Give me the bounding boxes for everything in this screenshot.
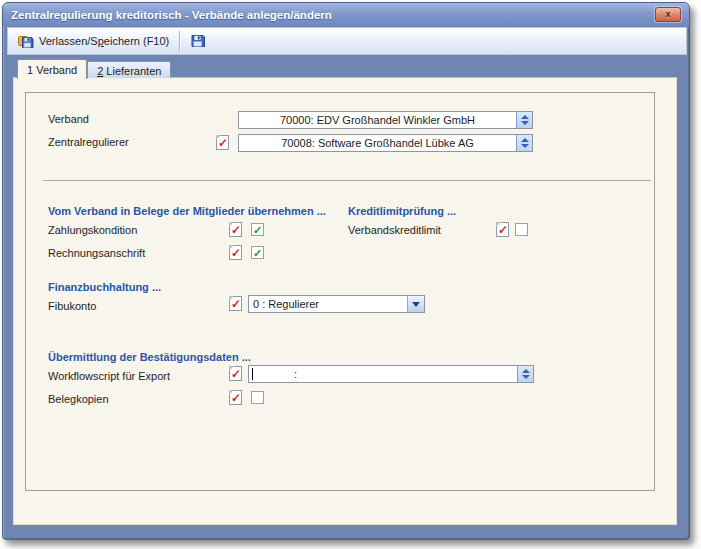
zentralregulierer-value: 70008: Software Großhandel Lübke AG [239,137,516,149]
fibukonto-value: 0 : Regulierer [249,298,407,310]
fibukonto-dropdown[interactable]: 0 : Regulierer [248,295,425,313]
fibukonto-toggle-icon[interactable] [229,296,242,311]
verbandskreditlimit-checkbox[interactable] [515,223,528,236]
close-icon: x [665,10,670,19]
zentralregulierer-label: Zentralregulierer [48,136,129,148]
tab-page-verband: Verband 70000: EDV Großhandel Winkler Gm… [13,77,677,525]
rechnungsanschrift-checkbox[interactable] [251,246,264,259]
zahlungskondition-checkbox[interactable] [251,223,264,236]
belegkopien-label: Belegkopien [48,393,109,405]
save-disk-icon [190,33,206,49]
desktop-background: Zentralregulierung kreditorisch - Verbän… [0,0,701,549]
window-title: Zentralregulierung kreditorisch - Verbän… [11,9,332,21]
tab-strip: 1 Verband 2 Lieferanten [17,58,171,78]
belegkopien-checkbox[interactable] [251,391,264,404]
tab-verband[interactable]: 1 Verband [17,59,87,79]
app-window: Zentralregulierung kreditorisch - Verbän… [2,2,690,540]
section-kreditlimit-title: Kreditlimitprüfung ... [348,205,456,217]
rechnungsanschrift-label: Rechnungsanschrift [48,247,145,259]
workflowscript-value: : [294,368,297,380]
text-caret [252,368,253,380]
close-button[interactable]: x [655,7,681,22]
fibukonto-label: Fibukonto [48,300,96,312]
verbandskreditlimit-toggle-icon[interactable] [496,222,509,237]
verband-combobox[interactable]: 70000: EDV Großhandel Winkler GmbH [238,111,533,129]
zahlungskondition-label: Zahlungskondition [48,224,137,236]
verbandskreditlimit-label: Verbandskreditlimit [348,224,441,236]
separator-line [43,180,651,181]
workflowscript-toggle-icon[interactable] [229,366,242,381]
exit-save-label: Verlassen/Speichern (F10) [39,35,169,47]
toolbar: Verlassen/Speichern (F10) [7,27,687,55]
zentralregulierer-toggle-icon[interactable] [216,135,229,150]
toolbar-separator [179,31,180,51]
workflowscript-spinner-icon[interactable] [517,366,533,382]
zahlungskondition-toggle-icon[interactable] [229,222,242,237]
fibukonto-dropdown-arrow-icon[interactable] [407,296,424,312]
title-bar[interactable]: Zentralregulierung kreditorisch - Verbän… [3,3,689,26]
section-uebernehmen-title: Vom Verband in Belege der Mitglieder übe… [48,205,326,217]
verband-value: 70000: EDV Großhandel Winkler GmbH [239,114,516,126]
rechnungsanschrift-toggle-icon[interactable] [229,245,242,260]
save-button[interactable] [184,30,212,52]
zentralregulierer-spinner-icon[interactable] [516,135,532,151]
verband-spinner-icon[interactable] [516,112,532,128]
belegkopien-toggle-icon[interactable] [229,390,242,405]
exit-save-button[interactable]: Verlassen/Speichern (F10) [12,30,175,52]
section-finanzbuchhaltung-title: Finanzbuchhaltung ... [48,281,161,293]
zentralregulierer-combobox[interactable]: 70008: Software Großhandel Lübke AG [238,134,533,152]
workflowscript-input[interactable]: : [248,365,534,383]
section-uebermittlung-title: Übermittlung der Bestätigungsdaten ... [48,351,251,363]
form-panel: Verband 70000: EDV Großhandel Winkler Gm… [25,92,655,491]
tab-lieferanten[interactable]: 2 Lieferanten [87,61,171,78]
exit-save-disk-icon [18,33,34,49]
verband-label: Verband [48,113,89,125]
workflowscript-label: Workflowscript für Export [48,370,170,382]
